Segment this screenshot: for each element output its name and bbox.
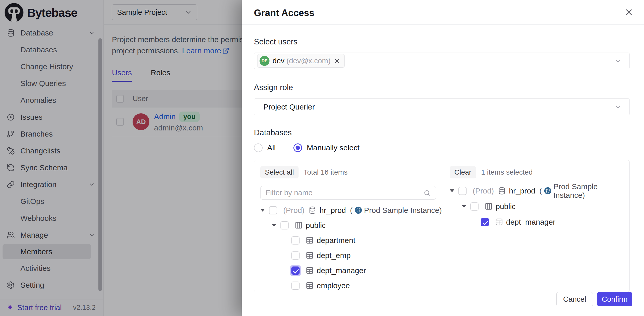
table-name: dept_manager xyxy=(506,218,555,226)
tree-row-table[interactable]: dept_manager xyxy=(260,263,442,278)
tree-row-table[interactable]: dept_manager xyxy=(450,214,629,230)
select-users-input[interactable]: DE dev (dev@x.com) xyxy=(254,53,630,69)
checkbox[interactable] xyxy=(470,202,479,211)
radio-manually-select[interactable] xyxy=(293,143,302,152)
tree-row-schema[interactable]: public xyxy=(260,218,442,233)
db-name: hr_prod xyxy=(509,187,535,195)
table-icon xyxy=(306,282,314,289)
selected-tree: (Prod) hr_prod ( Prod Sample Instance) p… xyxy=(450,183,629,230)
postgres-icon xyxy=(354,206,363,214)
cancel-button[interactable]: Cancel xyxy=(556,292,593,306)
checkbox-checked[interactable] xyxy=(291,266,300,275)
schema-icon xyxy=(485,202,493,210)
env-label: (Prod) xyxy=(473,187,494,195)
role-value: Project Querier xyxy=(263,103,315,111)
selected-user-chip: DE dev (dev@x.com) xyxy=(257,54,345,68)
tree-row-schema[interactable]: public xyxy=(450,199,629,214)
radio-all-label[interactable]: All xyxy=(267,143,276,152)
table-name: dept_manager xyxy=(317,266,366,275)
modal-body: Select users DE dev (dev@x.com) Assign r… xyxy=(242,37,644,292)
schema-name: public xyxy=(496,202,516,211)
role-select[interactable]: Project Querier xyxy=(254,98,630,115)
filter-input[interactable] xyxy=(266,189,423,197)
schema-name: public xyxy=(306,221,326,230)
tree-row-database[interactable]: (Prod) hr_prod ( Prod Sample Instance) xyxy=(450,183,629,199)
checkbox[interactable] xyxy=(291,236,300,245)
database-icon xyxy=(308,206,316,214)
database-icon xyxy=(498,187,506,195)
assign-role-label: Assign role xyxy=(254,83,630,92)
checkbox[interactable] xyxy=(291,251,300,260)
checkbox[interactable] xyxy=(269,206,277,214)
tree-row-database[interactable]: (Prod) hr_prod ( Prod Sample Instance) xyxy=(260,203,442,218)
modal-scrollbar-track[interactable] xyxy=(641,25,644,316)
caret-down-icon[interactable] xyxy=(462,205,466,208)
chevron-down-icon[interactable] xyxy=(614,57,622,65)
caret-down-icon[interactable] xyxy=(260,209,265,212)
db-name: hr_prod xyxy=(319,206,346,215)
selected-pane: Clear 1 items selected (Prod) hr_prod ( xyxy=(442,160,629,292)
tree-row-table[interactable]: department xyxy=(260,233,442,248)
instance-open-paren: ( xyxy=(350,206,353,215)
table-icon xyxy=(306,251,314,259)
database-scope-radios: All Manually select xyxy=(254,143,630,152)
schema-icon xyxy=(295,221,303,229)
instance-open-paren: ( xyxy=(539,187,542,195)
databases-label: Databases xyxy=(254,128,630,137)
chip-user-email: (dev@x.com) xyxy=(287,57,331,65)
modal-title: Grant Access xyxy=(254,8,314,18)
avatar: DE xyxy=(260,56,269,66)
table-name: dept_emp xyxy=(317,251,351,260)
table-icon xyxy=(306,266,314,274)
table-icon xyxy=(306,236,314,244)
chip-user-name: dev xyxy=(273,57,285,65)
postgres-icon xyxy=(544,187,552,195)
checkbox[interactable] xyxy=(458,187,467,195)
database-transfer-panel: Select all Total 16 items (Prod) xyxy=(254,160,630,292)
search-icon xyxy=(423,189,431,197)
table-name: department xyxy=(317,236,355,245)
instance-label: Prod Sample Instance) xyxy=(364,206,442,215)
modal-footer: Cancel Confirm xyxy=(242,292,644,306)
confirm-button[interactable]: Confirm xyxy=(597,292,632,306)
checkbox[interactable] xyxy=(291,282,300,290)
caret-down-icon[interactable] xyxy=(272,224,276,227)
close-icon[interactable] xyxy=(624,7,634,17)
clear-button[interactable]: Clear xyxy=(450,166,476,178)
source-tree: (Prod) hr_prod ( Prod Sample Instance) p… xyxy=(260,203,442,292)
checkbox-checked[interactable] xyxy=(481,218,489,226)
table-name: employee xyxy=(317,281,350,290)
chevron-down-icon xyxy=(614,103,622,111)
source-pane: Select all Total 16 items (Prod) xyxy=(254,160,442,292)
env-label: (Prod) xyxy=(283,206,304,215)
grant-access-modal: Grant Access Select users DE dev (dev@x.… xyxy=(242,0,644,316)
selected-count-label: 1 items selected xyxy=(481,168,533,176)
modal-header: Grant Access xyxy=(242,0,644,25)
total-items-label: Total 16 items xyxy=(304,168,348,176)
instance-label: Prod Sample Instance) xyxy=(553,182,629,200)
bytebase-app: Bytebase Database Databases Change Histo… xyxy=(0,0,644,316)
select-all-button[interactable]: Select all xyxy=(260,166,299,178)
tree-row-table[interactable]: dept_emp xyxy=(260,248,442,263)
checkbox[interactable] xyxy=(280,221,289,229)
filter-input-wrap xyxy=(260,186,436,200)
remove-user-icon[interactable] xyxy=(334,58,340,64)
radio-all[interactable] xyxy=(254,143,263,152)
select-users-label: Select users xyxy=(254,37,630,46)
caret-down-icon[interactable] xyxy=(450,189,454,192)
radio-manually-select-label[interactable]: Manually select xyxy=(307,143,359,152)
tree-row-table[interactable]: employee xyxy=(260,278,442,292)
table-icon xyxy=(495,218,503,226)
